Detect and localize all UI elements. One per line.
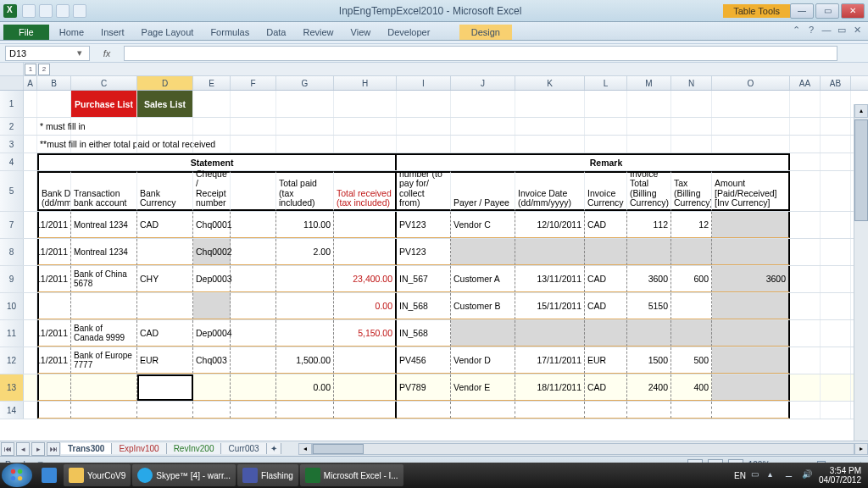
vertical-scrollbar[interactable]: ▴ <box>854 104 868 441</box>
cell[interactable] <box>821 347 851 374</box>
cell[interactable]: 16/11/2011 <box>37 320 71 347</box>
cell[interactable] <box>37 293 71 319</box>
cell[interactable]: CAD <box>585 212 627 238</box>
cell[interactable]: Dep0003 <box>193 266 231 292</box>
cell[interactable] <box>585 239 627 265</box>
col-header[interactable]: B <box>37 76 71 90</box>
cell[interactable]: Vendor E <box>451 374 515 401</box>
tab-home[interactable]: Home <box>51 25 92 40</box>
cell[interactable] <box>627 320 671 347</box>
cell[interactable] <box>821 239 851 265</box>
qat-customize-icon[interactable] <box>73 4 86 18</box>
cell[interactable] <box>37 374 71 401</box>
cell[interactable]: Bank of China 5678 <box>71 266 137 292</box>
scroll-right-icon[interactable]: ▸ <box>854 443 868 455</box>
row-header[interactable]: 2 <box>0 118 24 135</box>
cell[interactable] <box>790 293 821 319</box>
cell[interactable] <box>276 320 334 347</box>
qat-save-icon[interactable] <box>22 4 36 18</box>
row-header[interactable]: 9 <box>0 266 24 292</box>
cell[interactable] <box>821 320 851 347</box>
row-header[interactable]: 13 <box>0 374 24 401</box>
cell[interactable] <box>276 266 334 292</box>
cell[interactable] <box>24 374 37 401</box>
cell[interactable] <box>231 320 276 347</box>
cell[interactable] <box>334 239 397 265</box>
tab-page-layout[interactable]: Page Layout <box>133 25 203 40</box>
cell[interactable] <box>712 212 790 238</box>
row-header[interactable]: 3 <box>0 136 24 152</box>
sheet-tab-new-icon[interactable]: ✦ <box>267 443 281 454</box>
doc-minimize-icon[interactable]: — <box>821 24 832 36</box>
cell[interactable] <box>671 320 712 347</box>
cell[interactable]: 1500 <box>627 347 671 374</box>
col-header[interactable]: AB <box>821 76 851 90</box>
cell[interactable]: CAD <box>585 374 627 401</box>
cell[interactable] <box>712 239 790 265</box>
scroll-left-icon[interactable]: ◂ <box>298 443 312 455</box>
row-header[interactable]: 11 <box>0 320 24 347</box>
cell[interactable]: Chq0002 <box>193 239 231 265</box>
cell[interactable] <box>790 374 821 401</box>
sheet-nav-first-icon[interactable]: ⏮ <box>1 442 14 456</box>
cell[interactable] <box>137 374 193 401</box>
cell[interactable] <box>451 239 515 265</box>
cell[interactable]: 13/11/2011 <box>515 266 585 292</box>
col-header[interactable]: C <box>71 76 137 90</box>
cell[interactable]: 3600 <box>712 266 790 292</box>
cell[interactable] <box>276 293 334 319</box>
tray-lang[interactable]: EN <box>734 471 746 480</box>
cell[interactable]: 110.00 <box>276 212 334 238</box>
col-header[interactable]: A <box>24 76 37 90</box>
col-header[interactable]: M <box>627 76 671 90</box>
select-all-corner[interactable] <box>0 76 24 90</box>
cell[interactable]: EUR <box>137 347 193 374</box>
ribbon-help-icon[interactable]: ? <box>805 24 817 36</box>
cell[interactable] <box>627 239 671 265</box>
col-header[interactable]: I <box>397 76 451 90</box>
cell[interactable] <box>71 374 137 401</box>
fx-icon[interactable]: fx <box>103 48 111 58</box>
taskbar-excel[interactable]: Microsoft Excel - I... <box>300 464 403 486</box>
tray-volume-icon[interactable]: 🔊 <box>802 469 814 481</box>
cell[interactable] <box>790 266 821 292</box>
doc-close-icon[interactable]: ✕ <box>851 24 863 36</box>
minimize-button[interactable]: — <box>790 3 814 19</box>
cell[interactable]: CAD <box>137 212 193 238</box>
cell[interactable] <box>790 347 821 374</box>
cell[interactable]: Bank of Canada 9999 <box>71 320 137 347</box>
tray-up-icon[interactable]: ▴ <box>768 469 780 481</box>
cell[interactable]: Customer B <box>451 293 515 319</box>
cell[interactable] <box>137 239 193 265</box>
tray-network-icon[interactable]: ⚊ <box>785 469 797 481</box>
cell[interactable] <box>821 374 851 401</box>
col-header[interactable]: F <box>231 76 276 90</box>
formula-input[interactable] <box>124 46 837 61</box>
cell[interactable] <box>712 347 790 374</box>
cell[interactable] <box>334 374 397 401</box>
cell[interactable]: CAD <box>585 266 627 292</box>
cell[interactable]: 14/11/2011 <box>37 266 71 292</box>
sheet-tab-revinv200[interactable]: RevInv200 <box>167 443 222 454</box>
cell[interactable] <box>515 239 585 265</box>
cell[interactable]: * must fill in <box>37 118 71 135</box>
qat-redo-icon[interactable] <box>56 4 70 18</box>
cell[interactable]: 1,500.00 <box>276 347 334 374</box>
tab-review[interactable]: Review <box>294 25 342 40</box>
cell[interactable]: 112 <box>627 212 671 238</box>
cell[interactable]: 400 <box>671 374 712 401</box>
cell[interactable] <box>24 320 37 347</box>
cell[interactable] <box>24 212 37 238</box>
maximize-button[interactable]: ▭ <box>815 3 839 19</box>
cell[interactable] <box>334 212 397 238</box>
cell[interactable]: Chq0001 <box>193 212 231 238</box>
sales-list-button[interactable]: Sales List <box>137 91 193 117</box>
sheet-tab-curr003[interactable]: Curr003 <box>221 443 266 454</box>
cell[interactable] <box>671 239 712 265</box>
tab-developer[interactable]: Developer <box>379 25 438 40</box>
cell[interactable]: CAD <box>585 293 627 319</box>
cell[interactable]: IN_568 <box>397 293 451 319</box>
cell[interactable] <box>231 266 276 292</box>
taskbar-clock[interactable]: 3:54 PM 04/07/2012 <box>819 466 861 485</box>
cell[interactable]: Vendor D <box>451 347 515 374</box>
